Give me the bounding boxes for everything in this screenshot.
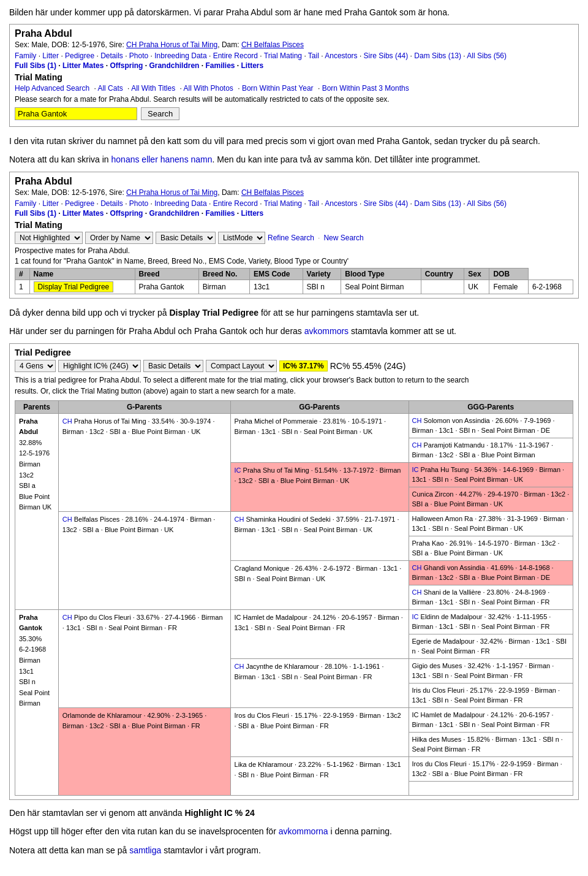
trial-mating-title-2: Trial Mating [15,220,573,230]
gggparent-9-cell: IC Eldinn de Madalpour · 32.42% · 1-11-1… [409,609,573,634]
not-highlighted-select[interactable]: Not Highlighted [15,232,83,244]
avkommors-link[interactable]: avkommors [304,326,349,336]
trial-mating-section-1: Trial Mating Help Advanced Search · All … [15,72,573,120]
ch-ggg-2[interactable]: CH [412,441,422,449]
col-ems: EMS Code [250,268,303,280]
avkommorna-link[interactable]: avkommorna [279,826,328,836]
nav-links-4: Full Sibs (1) · Litter Mates · Offspring… [15,209,573,218]
search-button-1[interactable]: Search [141,107,179,120]
cell-num: 1 [15,280,30,294]
body-text-7: Notera att detta kan man se på samtliga … [9,844,579,857]
ic-link-1[interactable]: IC [235,467,241,474]
cell-breed: Birman [198,280,249,294]
gparent-4-cell: Orlamonde de Khlaramour · 42.90% · 2-3-1… [58,707,230,796]
body-text-2: Notera att du kan skriva in honans eller… [9,153,579,166]
ch-ggg-7[interactable]: CH [412,564,422,571]
cell-country: UK [464,280,489,294]
search-input-1[interactable] [15,107,137,120]
nav-links-1: Family · Litter · Pedigree · Details · P… [15,51,573,60]
gggparent-14-cell: Hilka des Muses · 15.82% · Birman · 13c1… [409,732,573,756]
ch-link-3[interactable]: CH [62,614,72,621]
list-mode-select[interactable]: ListMode [218,232,265,244]
col-name: Name [29,268,135,280]
col-variety: Variety [303,268,341,280]
nav-links-3: Family · Litter · Pedigree · Details · P… [15,199,573,208]
ch-link-1[interactable]: CH [62,417,72,425]
col-breed: Breed [135,268,198,280]
ggparent-2-cell: IC Praha Shu of Tai Ming · 51.54% · 13-7… [230,462,409,511]
results-section: Trial Mating Not Highlighted Order by Na… [15,220,573,294]
gggparent-12-cell: Iris du Clos Fleuri · 25.17% · 22-9-1959… [409,683,573,707]
ch-ggg-8[interactable]: CH [412,588,422,596]
nav-links-2: Full Sibs (1) · Litter Mates · Offspring… [15,61,573,70]
display-trial-pedigree-btn[interactable]: Display Trial Pedigree [34,281,114,292]
gparent-1-cell: CH Praha Horus of Tai Ming · 33.54% · 30… [58,413,230,511]
highlight-select[interactable]: Highlight IC% (24G) [58,360,141,372]
col-ggparents-header: GG-Parents [230,400,409,413]
gggparent-5-cell: Halloween Amon Ra · 27.38% · 31-3-1969 ·… [409,511,573,536]
honans-link[interactable]: honans eller hanens namn [111,154,213,164]
cell-blood [421,280,464,294]
parent-1-cell: Praha Abdul 32.88% 12-5-1976 Birman 13c2… [15,413,59,609]
gggparent-4-cell: Cunica Zircon · 44.27% · 29-4-1970 · Bir… [409,487,573,511]
ggparent-8-cell: Lika de Khlaramour · 23.22% · 5-1-1962 ·… [230,756,409,796]
cat-info-1: Sex: Male, DOB: 12-5-1976, Sire: CH Prah… [15,40,573,49]
sire-link-2[interactable]: CH Praha Horus of Tai Ming [126,188,217,197]
cell-ems: SBI n [303,280,341,294]
refine-search-link[interactable]: Refine Search [268,234,314,242]
cell-variety: Seal Point Birman [341,280,421,294]
prospect-text: Prospective mates for Praha Abdul. [15,246,573,255]
ggparent-6-cell: CH Jacynthe de Khlaramour · 28.10% · 1-1… [230,658,409,707]
col-num: # [15,268,30,280]
intro-heading: Bilden här under kommer upp på datorskär… [9,6,579,19]
ic-ggg-9[interactable]: IC [412,613,419,620]
table-row-gp2: CH Belfalas Pisces · 28.16% · 24-4-1974 … [15,511,573,536]
ch-ggg-1[interactable]: CH [412,417,422,424]
body-text-5: Den här stamtavlan ser vi genom att anvä… [9,806,579,820]
col-sex: Sex [464,268,489,280]
col-dob: DOB [489,268,528,280]
trial-pedigree-box: Trial Pedigree 4 Gens Highlight IC% (24G… [9,343,579,801]
body-text-3: Då dyker denna bild upp och vi trycker p… [9,306,579,319]
rc-text: RC% 55.45% (24G) [330,361,406,371]
gggparent-11-cell: Gigio des Muses · 32.42% · 1-1-1957 · Bi… [409,658,573,683]
results-table: # Name Breed Breed No. EMS Code Variety … [15,268,573,294]
ch-gg-3[interactable]: CH [235,516,244,523]
body-text-6: Högst upp till höger efter den vita ruta… [9,825,579,838]
pedigree-box-1: Praha Abdul Sex: Male, DOB: 12-5-1976, S… [9,24,579,127]
cell-btn: Display Trial Pedigree [29,280,135,294]
tp-controls: 4 Gens Highlight IC% (24G) Basic Details… [15,360,573,372]
order-select[interactable]: Order by Name [85,232,153,244]
genes-select[interactable]: 4 Gens [15,360,56,372]
trial-mating-title-1: Trial Mating [15,72,573,82]
gggparent-13-cell: IC Hamlet de Madalpour · 24.12% · 20-6-1… [409,707,573,732]
gggparent-8-cell: CH Shani de la Vallière · 23.80% · 24-8-… [409,585,573,609]
new-search-link[interactable]: New Search [323,234,363,242]
col-breed-no: Breed No. [198,268,249,280]
ch-gg-6[interactable]: CH [235,663,244,670]
table-header-row: # Name Breed Breed No. EMS Code Variety … [15,268,573,280]
found-text: 1 cat found for "Praha Gantok" in Name, … [15,257,573,265]
results-controls: Not Highlighted Order by Name Basic Deta… [15,232,573,244]
ch-link-2[interactable]: CH [62,516,72,523]
col-blood: Blood Type [341,268,421,280]
tp-basic-details-select[interactable]: Basic Details [143,360,203,372]
pedigree-table: Parents G-Parents GG-Parents GGG-Parents… [15,400,573,796]
ggparent-3-cell: CH Shaminka Houdini of Sedeki · 37.59% ·… [230,511,409,560]
dam-link-1[interactable]: CH Belfalas Pisces [241,40,304,49]
cell-dob: 6-2-1968 [528,280,573,294]
samtliga-link[interactable]: samtliga [129,845,161,855]
ggparent-1-cell: Praha Michel of Pommeraie · 23.81% · 10-… [230,413,409,462]
compact-layout-select[interactable]: Compact Layout [206,360,277,372]
dam-link-2[interactable]: CH Belfalas Pisces [241,188,304,197]
basic-details-select[interactable]: Basic Details [156,232,216,244]
sire-link-1[interactable]: CH Praha Horus of Tai Ming [126,40,217,49]
col-country: Country [421,268,464,280]
gggparent-2-cell: CH Paramjoti Katmandu · 18.17% · 11-3-19… [409,438,573,462]
ic-ggg-3[interactable]: IC [412,466,419,473]
gggparent-16-cell [409,781,573,796]
gggparent-10-cell: Egerie de Madalpour · 32.42% · Birman · … [409,634,573,658]
ggparent-7-cell: Iros du Clos Fleuri · 15.17% · 22-9-1959… [230,707,409,756]
table-row: 1 Display Trial Pedigree Praha Gantok Bi… [15,280,573,294]
table-row-parent2: Praha Gantok 35.30% 6-2-1968 Birman 13c1… [15,609,573,634]
